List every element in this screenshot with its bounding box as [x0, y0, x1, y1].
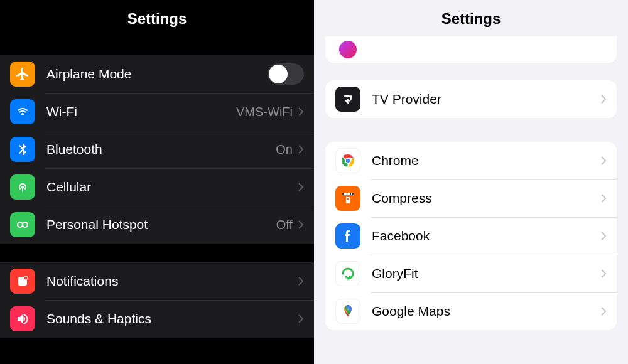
tv-provider-row[interactable]: TV Provider: [325, 80, 617, 118]
notifications-icon: [10, 269, 35, 294]
svg-rect-9: [345, 193, 347, 195]
gloryfit-icon: [335, 261, 360, 286]
cellular-row[interactable]: Cellular: [0, 168, 314, 206]
compress-label: Compress: [372, 191, 600, 206]
hotspot-value: Off: [276, 218, 293, 232]
cellular-label: Cellular: [46, 179, 298, 195]
chevron-right-icon: [298, 220, 304, 230]
sounds-icon: [10, 306, 35, 331]
section-gap: [314, 63, 628, 80]
sounds-label: Sounds & Haptics: [46, 311, 298, 326]
svg-point-6: [346, 159, 350, 163]
chevron-right-icon: [298, 144, 304, 154]
svg-point-15: [347, 308, 349, 310]
sounds-row[interactable]: Sounds & Haptics: [0, 300, 314, 338]
chevron-right-icon: [298, 314, 304, 324]
svg-point-3: [24, 276, 28, 280]
chevron-right-icon: [600, 94, 607, 104]
facebook-row[interactable]: Facebook: [325, 217, 617, 255]
system-group: Notifications Sounds & Haptics: [0, 262, 314, 338]
svg-point-0: [18, 222, 23, 227]
chevron-right-icon: [600, 306, 607, 316]
bluetooth-label: Bluetooth: [46, 142, 276, 157]
chevron-right-icon: [298, 276, 304, 286]
chrome-icon: [335, 148, 360, 173]
googlemaps-row[interactable]: Google Maps: [325, 292, 617, 330]
chevron-right-icon: [298, 107, 304, 117]
hotspot-icon: [10, 212, 35, 237]
svg-rect-8: [344, 193, 345, 195]
googlemaps-label: Google Maps: [372, 304, 600, 319]
bluetooth-value: On: [276, 142, 293, 157]
chevron-right-icon: [600, 193, 607, 203]
chrome-label: Chrome: [372, 153, 600, 168]
compress-row[interactable]: Compress: [325, 179, 617, 217]
wifi-icon: [10, 99, 35, 124]
section-gap: [0, 244, 314, 262]
svg-point-1: [23, 222, 28, 227]
section-gap: [314, 118, 628, 142]
cellular-icon: [10, 174, 35, 200]
airplane-toggle[interactable]: [268, 63, 304, 85]
airplane-mode-row[interactable]: Airplane Mode: [0, 55, 314, 93]
googlemaps-icon: [335, 299, 360, 324]
gloryfit-row[interactable]: GloryFit: [325, 255, 617, 292]
svg-rect-14: [347, 198, 349, 200]
hotspot-row[interactable]: Personal Hotspot Off: [0, 206, 314, 244]
gloryfit-label: GloryFit: [372, 266, 600, 281]
settings-dark-pane: Settings Airplane Mode Wi-Fi VMS-WiFi Bl…: [0, 0, 314, 364]
tv-provider-label: TV Provider: [372, 92, 600, 107]
page-title: Settings: [0, 0, 314, 36]
partial-app-icon: [339, 41, 357, 58]
tv-provider-group: TV Provider: [325, 80, 617, 118]
svg-rect-11: [349, 193, 350, 195]
settings-light-pane: Settings TV Provider Chrome Compress: [314, 0, 628, 364]
chrome-row[interactable]: Chrome: [325, 142, 617, 179]
partial-previous-group: [325, 36, 617, 63]
wifi-row[interactable]: Wi-Fi VMS-WiFi: [0, 93, 314, 131]
page-title: Settings: [314, 0, 628, 36]
chevron-right-icon: [298, 182, 304, 192]
chevron-right-icon: [600, 231, 607, 241]
svg-rect-12: [351, 193, 352, 195]
section-gap: [0, 36, 314, 55]
svg-rect-10: [347, 193, 349, 195]
notifications-row[interactable]: Notifications: [0, 262, 314, 300]
facebook-label: Facebook: [372, 228, 600, 244]
apps-group: Chrome Compress Facebook GloryFit: [325, 142, 617, 330]
bluetooth-row[interactable]: Bluetooth On: [0, 131, 314, 168]
connectivity-group: Airplane Mode Wi-Fi VMS-WiFi Bluetooth O…: [0, 55, 314, 244]
hotspot-label: Personal Hotspot: [46, 217, 276, 232]
notifications-label: Notifications: [46, 274, 298, 289]
chevron-right-icon: [600, 269, 607, 279]
airplane-icon: [10, 62, 35, 87]
svg-rect-13: [346, 197, 350, 203]
facebook-icon: [335, 223, 360, 249]
wifi-value: VMS-WiFi: [236, 105, 293, 119]
wifi-label: Wi-Fi: [46, 104, 236, 119]
bluetooth-icon: [10, 137, 35, 162]
chevron-right-icon: [600, 156, 607, 166]
compress-icon: [335, 186, 360, 211]
airplane-label: Airplane Mode: [46, 67, 268, 82]
tv-provider-icon: [335, 87, 360, 112]
